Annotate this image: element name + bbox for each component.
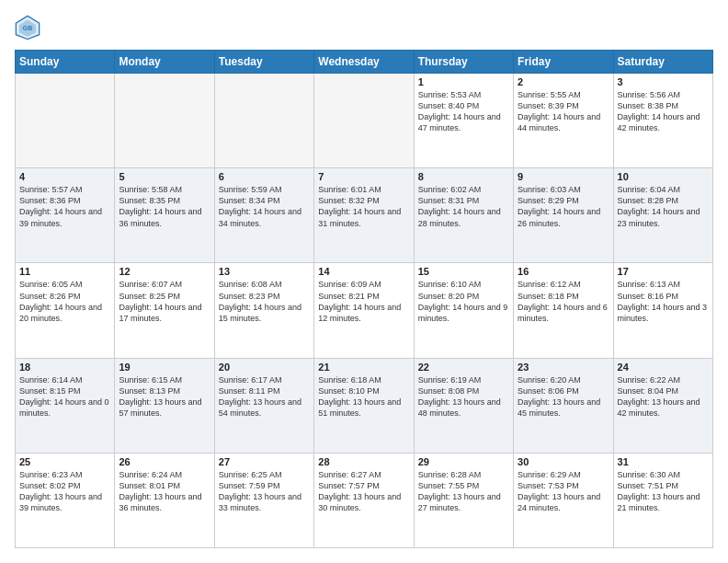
day-info: Sunrise: 5:53 AM Sunset: 8:40 PM Dayligh… — [418, 89, 509, 134]
day-info: Sunrise: 5:55 AM Sunset: 8:39 PM Dayligh… — [518, 89, 609, 134]
day-info: Sunrise: 6:30 AM Sunset: 7:51 PM Dayligh… — [618, 469, 709, 514]
calendar-cell: 9Sunrise: 6:03 AM Sunset: 8:29 PM Daylig… — [514, 168, 613, 263]
calendar-cell: 5Sunrise: 5:58 AM Sunset: 8:35 PM Daylig… — [115, 168, 214, 263]
day-info: Sunrise: 6:05 AM Sunset: 8:26 PM Dayligh… — [19, 279, 110, 324]
calendar-cell: 10Sunrise: 6:04 AM Sunset: 8:28 PM Dayli… — [613, 168, 712, 263]
day-info: Sunrise: 6:02 AM Sunset: 8:31 PM Dayligh… — [418, 184, 509, 229]
day-number: 4 — [19, 171, 110, 182]
calendar-cell: 4Sunrise: 5:57 AM Sunset: 8:36 PM Daylig… — [16, 168, 115, 263]
calendar-cell: 21Sunrise: 6:18 AM Sunset: 8:10 PM Dayli… — [314, 358, 414, 453]
day-number: 1 — [418, 76, 509, 87]
day-info: Sunrise: 5:58 AM Sunset: 8:35 PM Dayligh… — [119, 184, 210, 229]
calendar-cell — [16, 74, 115, 168]
calendar-cell: 30Sunrise: 6:29 AM Sunset: 7:53 PM Dayli… — [514, 453, 613, 547]
svg-text:GB: GB — [23, 25, 33, 31]
day-info: Sunrise: 6:19 AM Sunset: 8:08 PM Dayligh… — [418, 374, 509, 419]
day-number: 27 — [219, 456, 310, 467]
day-info: Sunrise: 6:22 AM Sunset: 8:04 PM Dayligh… — [618, 374, 709, 419]
page: GB SundayMondayTuesdayWednesdayThursdayF… — [0, 0, 728, 563]
calendar-cell: 6Sunrise: 5:59 AM Sunset: 8:34 PM Daylig… — [214, 168, 313, 263]
calendar-cell: 11Sunrise: 6:05 AM Sunset: 8:26 PM Dayli… — [16, 263, 115, 358]
calendar-cell: 28Sunrise: 6:27 AM Sunset: 7:57 PM Dayli… — [314, 453, 414, 547]
calendar-cell: 24Sunrise: 6:22 AM Sunset: 8:04 PM Dayli… — [613, 358, 712, 453]
weekday-header: Tuesday — [214, 51, 313, 74]
day-info: Sunrise: 6:04 AM Sunset: 8:28 PM Dayligh… — [618, 184, 709, 229]
calendar-cell: 15Sunrise: 6:10 AM Sunset: 8:20 PM Dayli… — [414, 263, 513, 358]
weekday-header: Wednesday — [314, 51, 414, 74]
day-info: Sunrise: 6:07 AM Sunset: 8:25 PM Dayligh… — [119, 279, 210, 324]
calendar-week-row: 4Sunrise: 5:57 AM Sunset: 8:36 PM Daylig… — [16, 168, 713, 263]
day-info: Sunrise: 5:59 AM Sunset: 8:34 PM Dayligh… — [219, 184, 310, 229]
day-number: 23 — [518, 362, 609, 373]
day-number: 17 — [618, 266, 709, 277]
weekday-header-row: SundayMondayTuesdayWednesdayThursdayFrid… — [16, 51, 713, 74]
day-number: 21 — [318, 362, 409, 373]
calendar-cell: 19Sunrise: 6:15 AM Sunset: 8:13 PM Dayli… — [115, 358, 214, 453]
day-number: 3 — [618, 76, 709, 87]
calendar-cell: 23Sunrise: 6:20 AM Sunset: 8:06 PM Dayli… — [514, 358, 613, 453]
logo-icon: GB — [15, 15, 40, 40]
calendar-cell: 16Sunrise: 6:12 AM Sunset: 8:18 PM Dayli… — [514, 263, 613, 358]
weekday-header: Saturday — [613, 51, 712, 74]
day-info: Sunrise: 6:25 AM Sunset: 7:59 PM Dayligh… — [219, 469, 310, 514]
day-info: Sunrise: 6:15 AM Sunset: 8:13 PM Dayligh… — [119, 374, 210, 419]
calendar-cell: 22Sunrise: 6:19 AM Sunset: 8:08 PM Dayli… — [414, 358, 513, 453]
calendar-week-row: 25Sunrise: 6:23 AM Sunset: 8:02 PM Dayli… — [16, 453, 713, 547]
day-info: Sunrise: 6:27 AM Sunset: 7:57 PM Dayligh… — [318, 469, 409, 514]
calendar-cell: 17Sunrise: 6:13 AM Sunset: 8:16 PM Dayli… — [613, 263, 712, 358]
weekday-header: Monday — [115, 51, 214, 74]
day-number: 14 — [318, 266, 409, 277]
day-number: 29 — [418, 456, 509, 467]
calendar-cell: 18Sunrise: 6:14 AM Sunset: 8:15 PM Dayli… — [16, 358, 115, 453]
day-info: Sunrise: 6:24 AM Sunset: 8:01 PM Dayligh… — [119, 469, 210, 514]
calendar-cell: 26Sunrise: 6:24 AM Sunset: 8:01 PM Dayli… — [115, 453, 214, 547]
day-info: Sunrise: 6:08 AM Sunset: 8:23 PM Dayligh… — [219, 279, 310, 324]
day-info: Sunrise: 5:56 AM Sunset: 8:38 PM Dayligh… — [618, 89, 709, 134]
day-info: Sunrise: 6:12 AM Sunset: 8:18 PM Dayligh… — [518, 279, 609, 324]
calendar-cell: 20Sunrise: 6:17 AM Sunset: 8:11 PM Dayli… — [214, 358, 313, 453]
weekday-header: Friday — [514, 51, 613, 74]
calendar-cell: 8Sunrise: 6:02 AM Sunset: 8:31 PM Daylig… — [414, 168, 513, 263]
calendar-cell: 25Sunrise: 6:23 AM Sunset: 8:02 PM Dayli… — [16, 453, 115, 547]
day-info: Sunrise: 6:14 AM Sunset: 8:15 PM Dayligh… — [19, 374, 110, 419]
day-number: 7 — [318, 171, 409, 182]
day-info: Sunrise: 6:03 AM Sunset: 8:29 PM Dayligh… — [518, 184, 609, 229]
day-info: Sunrise: 6:13 AM Sunset: 8:16 PM Dayligh… — [618, 279, 709, 324]
calendar-cell: 31Sunrise: 6:30 AM Sunset: 7:51 PM Dayli… — [613, 453, 712, 547]
day-info: Sunrise: 6:17 AM Sunset: 8:11 PM Dayligh… — [219, 374, 310, 419]
day-info: Sunrise: 6:10 AM Sunset: 8:20 PM Dayligh… — [418, 279, 509, 324]
weekday-header: Sunday — [16, 51, 115, 74]
calendar-week-row: 11Sunrise: 6:05 AM Sunset: 8:26 PM Dayli… — [16, 263, 713, 358]
day-number: 24 — [618, 362, 709, 373]
day-number: 13 — [219, 266, 310, 277]
day-number: 16 — [518, 266, 609, 277]
day-number: 28 — [318, 456, 409, 467]
calendar-cell: 2Sunrise: 5:55 AM Sunset: 8:39 PM Daylig… — [514, 74, 613, 168]
day-number: 18 — [19, 362, 110, 373]
calendar-cell: 1Sunrise: 5:53 AM Sunset: 8:40 PM Daylig… — [414, 74, 513, 168]
header: GB — [15, 15, 713, 40]
day-number: 12 — [119, 266, 210, 277]
weekday-header: Thursday — [414, 51, 513, 74]
day-number: 26 — [119, 456, 210, 467]
calendar-cell — [115, 74, 214, 168]
calendar-cell — [314, 74, 414, 168]
day-info: Sunrise: 6:01 AM Sunset: 8:32 PM Dayligh… — [318, 184, 409, 229]
day-number: 6 — [219, 171, 310, 182]
day-number: 25 — [19, 456, 110, 467]
day-info: Sunrise: 6:23 AM Sunset: 8:02 PM Dayligh… — [19, 469, 110, 514]
calendar-cell: 14Sunrise: 6:09 AM Sunset: 8:21 PM Dayli… — [314, 263, 414, 358]
day-info: Sunrise: 6:18 AM Sunset: 8:10 PM Dayligh… — [318, 374, 409, 419]
day-number: 11 — [19, 266, 110, 277]
day-info: Sunrise: 6:09 AM Sunset: 8:21 PM Dayligh… — [318, 279, 409, 324]
calendar-cell — [214, 74, 313, 168]
day-number: 8 — [418, 171, 509, 182]
day-number: 9 — [518, 171, 609, 182]
day-number: 22 — [418, 362, 509, 373]
day-number: 15 — [418, 266, 509, 277]
day-number: 2 — [518, 76, 609, 87]
calendar-week-row: 1Sunrise: 5:53 AM Sunset: 8:40 PM Daylig… — [16, 74, 713, 168]
calendar-cell: 29Sunrise: 6:28 AM Sunset: 7:55 PM Dayli… — [414, 453, 513, 547]
day-info: Sunrise: 6:29 AM Sunset: 7:53 PM Dayligh… — [518, 469, 609, 514]
day-info: Sunrise: 6:28 AM Sunset: 7:55 PM Dayligh… — [418, 469, 509, 514]
